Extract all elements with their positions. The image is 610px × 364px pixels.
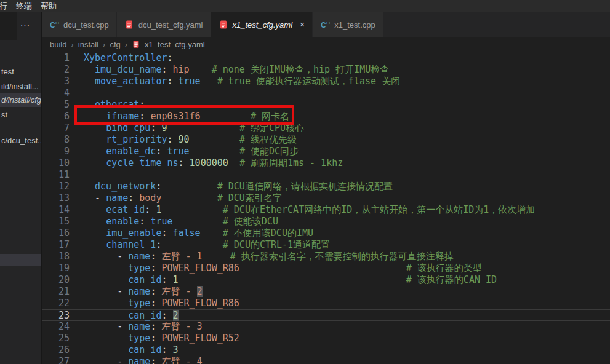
code-line[interactable]: 19 type: POWER_FLOW_R86 # 该执行器的类型: [42, 263, 610, 274]
tab-bar-empty-space: [383, 12, 610, 37]
indent-guide: [111, 251, 111, 263]
indent-guide: [100, 228, 100, 239]
code-line[interactable]: 24 - name: 左臂 - 3: [42, 321, 610, 333]
line-number: 12: [42, 181, 70, 192]
breadcrumb-item-build[interactable]: build: [50, 40, 66, 49]
menu-item-help[interactable]: 帮助: [41, 1, 57, 12]
sidebar-item-dcu-test[interactable]: c/dcu_test...: [0, 134, 41, 148]
vscode-window: 行 终端 帮助 ··· test ild/install... d/instal…: [0, 0, 610, 364]
indent-guide: [89, 228, 89, 239]
tab-dcu-test-cpp[interactable]: C++ dcu_test.cpp: [42, 12, 117, 37]
indent-guide: [122, 274, 122, 286]
code-line[interactable]: 26 can_id: 3: [42, 344, 610, 356]
code-line[interactable]: 4: [42, 87, 610, 99]
indent-guide: [89, 134, 89, 146]
tab-x1-test-cpp[interactable]: C++ x1_test.cpp: [313, 12, 383, 37]
indent-guide: [89, 122, 89, 134]
chevron-right-icon: ›: [71, 40, 73, 49]
code-line[interactable]: 3 move_actuator: true # true 使能执行器运动测试，f…: [42, 76, 610, 87]
code-line[interactable]: 14 ecat_id: 1 # DCU在EtherCAT网络中的ID，从主站开始…: [42, 204, 610, 216]
sidebar-item-test[interactable]: test: [0, 65, 41, 79]
breadcrumb: build › install › cfg › x1_test_cfg.yaml: [42, 37, 610, 52]
code-line[interactable]: 12 dcu_network: # DCU通信网络，请根据实机连接情况配置: [42, 181, 610, 192]
code-line[interactable]: 8 rt_priority: 90 # 线程优先级: [42, 134, 610, 146]
indent-guide: [89, 333, 89, 344]
indent-guide: [100, 298, 100, 309]
indent-guide: [111, 310, 111, 320]
breadcrumb-item-install[interactable]: install: [78, 40, 98, 49]
indent-guide: [100, 251, 100, 263]
line-number: 2: [42, 64, 70, 76]
line-number: 6: [42, 111, 70, 122]
indent-guide: [89, 169, 89, 181]
code-line[interactable]: 22 type: POWER_FLOW_R86: [42, 298, 610, 309]
code-line[interactable]: 21 - name: 左臂 - 2: [42, 286, 610, 298]
code-lines: 1XyberController:2 imu_dcu_name: hip # n…: [42, 52, 610, 364]
chevron-right-icon: ›: [103, 40, 105, 49]
indent-guide: [89, 76, 89, 87]
indent-guide: [111, 321, 111, 333]
code-area[interactable]: 1XyberController:2 imu_dcu_name: hip # n…: [42, 52, 610, 364]
line-number: 25: [42, 333, 70, 344]
sidebar-selected-row[interactable]: [0, 254, 41, 266]
line-number: 5: [42, 99, 70, 111]
indent-guide: [100, 134, 100, 146]
indent-guide: [111, 356, 111, 364]
line-number: 22: [42, 298, 70, 309]
sidebar-item-build-install[interactable]: ild/install...: [0, 80, 41, 93]
breadcrumb-item-cfg[interactable]: cfg: [110, 40, 120, 49]
code-line[interactable]: 15 enable: true # 使能该DCU: [42, 216, 610, 228]
indent-guide: [89, 111, 89, 122]
sidebar-item-install-cfg[interactable]: d/install/cfg: [0, 93, 41, 107]
code-line[interactable]: 27 - name: 左臂 - 4: [42, 356, 610, 364]
menu-bar: 行 终端 帮助: [0, 0, 610, 12]
code-line[interactable]: 9 enable_dc: true # 使能DC同步: [42, 146, 610, 157]
tab-dcu-test-cfg-yaml[interactable]: dcu_test_cfg.yaml: [117, 12, 211, 37]
line-number: 17: [42, 239, 70, 251]
line-number: 8: [42, 134, 70, 146]
code-line[interactable]: 6 ifname: enp0s31f6 # 网卡名: [42, 111, 610, 122]
code-line[interactable]: 23 can_id: 2: [42, 309, 610, 321]
cpp-file-icon: C++: [49, 20, 59, 30]
code-line[interactable]: 1XyberController:: [42, 52, 610, 64]
indent-guide: [100, 344, 100, 356]
code-line[interactable]: 2 imu_dcu_name: hip # none 关闭IMU检查，hip 打…: [42, 64, 610, 76]
breadcrumb-file[interactable]: x1_test_cfg.yaml: [145, 40, 205, 49]
indent-guide: [122, 298, 122, 309]
svg-text:++: ++: [55, 21, 59, 25]
sidebar: ··· test ild/install... d/install/cfg st…: [0, 12, 42, 364]
tab-label: x1_test.cpp: [334, 20, 375, 30]
indent-guide: [100, 356, 100, 364]
code-line[interactable]: 10 cycle_time_ns: 1000000 # 刷新周期1ms - 1k…: [42, 157, 610, 169]
tab-label: x1_test_cfg.yaml: [233, 20, 293, 30]
code-line[interactable]: 20 can_id: 1 # 该执行器的CAN ID: [42, 274, 610, 286]
menu-item-terminal[interactable]: 终端: [16, 1, 32, 12]
yaml-file-icon: [132, 40, 140, 49]
code-line[interactable]: 5 ethercat:: [42, 99, 610, 111]
indent-guide: [100, 263, 100, 274]
indent-guide: [100, 239, 100, 251]
code-line[interactable]: 17 channel_1: # DCU的CTRL-1通道配置: [42, 239, 610, 251]
code-line[interactable]: 16 imu_enable: false # 不使用该DCU的IMU: [42, 228, 610, 239]
indent-guide: [89, 216, 89, 228]
code-line[interactable]: 7 bind_cpu: 9 # 绑定CPU核心: [42, 122, 610, 134]
code-line[interactable]: 18 - name: 左臂 - 1 # 执行器索引名字，不需要控制的执行器可直接…: [42, 251, 610, 263]
line-number: 27: [42, 356, 70, 364]
indent-guide: [89, 344, 89, 356]
code-line[interactable]: 11: [42, 169, 610, 181]
tab-label: dcu_test_cfg.yaml: [138, 20, 203, 30]
menu-item-run[interactable]: 行: [0, 1, 7, 12]
chevron-right-icon: ›: [125, 40, 127, 49]
close-icon[interactable]: ×: [300, 20, 305, 29]
indent-guide: [89, 310, 89, 320]
sidebar-item-st[interactable]: st: [0, 108, 41, 122]
code-line[interactable]: 13 - name: body # DCU索引名字: [42, 192, 610, 204]
indent-guide: [122, 333, 122, 344]
more-actions-button[interactable]: ···: [20, 20, 30, 30]
tab-x1-test-cfg-yaml[interactable]: x1_test_cfg.yaml ×: [211, 12, 313, 37]
indent-guide: [100, 204, 100, 216]
indent-guide: [122, 310, 122, 320]
sidebar-dark-region: [0, 12, 17, 40]
line-number: 23: [42, 310, 70, 320]
code-line[interactable]: 25 type: POWER_FLOW_R52: [42, 333, 610, 344]
